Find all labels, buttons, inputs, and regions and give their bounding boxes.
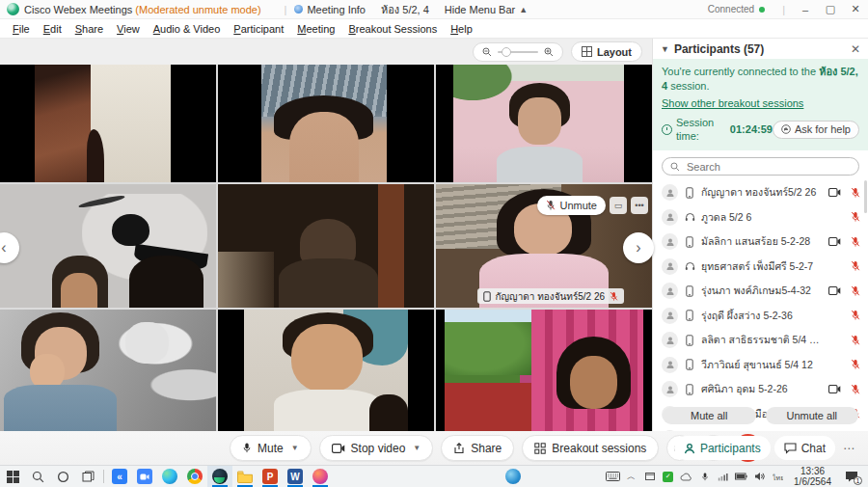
- tray-expand-chevron[interactable]: ︿: [623, 466, 639, 487]
- pinned-app-globe[interactable]: [501, 466, 526, 487]
- chat-tab-button[interactable]: Chat: [774, 436, 835, 460]
- menu-item[interactable]: File: [6, 23, 37, 35]
- camera-on-icon[interactable]: [828, 188, 841, 197]
- taskbar-app-explorer[interactable]: [232, 466, 258, 487]
- zoom-in-icon[interactable]: [544, 47, 554, 57]
- taskbar-app-firefox[interactable]: [308, 466, 333, 487]
- tile-more-button[interactable]: •••: [631, 197, 648, 214]
- onedrive-cloud-icon[interactable]: [678, 466, 694, 487]
- minimize-button[interactable]: –: [793, 0, 818, 19]
- menu-item[interactable]: Edit: [37, 23, 68, 35]
- menu-item[interactable]: View: [110, 23, 147, 35]
- video-tile-r2c3-active[interactable]: Unmute ▭ ••• กัญญาดา ทองจันทร์5/2 26: [436, 184, 652, 309]
- show-breakout-sessions-link[interactable]: Show other breakout sessions: [662, 96, 803, 111]
- tray-app-window-icon[interactable]: [641, 466, 658, 487]
- taskbar-app-zoom[interactable]: [132, 466, 157, 487]
- muted-mic-icon[interactable]: [851, 187, 860, 199]
- task-view-button[interactable]: [75, 466, 100, 487]
- taskbar-clock[interactable]: 13:36 1/6/2564: [788, 466, 837, 487]
- participant-row[interactable]: วีภาวิณย์ สุขานนธ์ 5/4 12: [653, 353, 868, 378]
- video-tile-r2c1[interactable]: [0, 184, 216, 309]
- taskbar-app-powerpoint[interactable]: P: [258, 466, 283, 487]
- muted-mic-icon[interactable]: [851, 335, 860, 346]
- tile-unmute-button[interactable]: Unmute: [537, 196, 606, 215]
- muted-mic-icon[interactable]: [851, 285, 860, 297]
- video-tile-r1c3[interactable]: [436, 65, 652, 182]
- video-tile-r3c2[interactable]: [218, 310, 434, 431]
- taskbar-app-chrome[interactable]: [182, 466, 207, 487]
- participant-row[interactable]: ภูวดล 5/2 6: [653, 205, 868, 230]
- speaker-icon[interactable]: [751, 466, 768, 487]
- menu-item[interactable]: Audio & Video: [147, 23, 228, 35]
- cortana-button[interactable]: [50, 466, 75, 487]
- video-tile-r1c1[interactable]: [0, 65, 216, 182]
- search-input[interactable]: [685, 160, 851, 174]
- zoom-slider[interactable]: [498, 51, 538, 53]
- touch-keyboard-icon[interactable]: [605, 466, 621, 487]
- panel-more-button[interactable]: ⋯: [839, 442, 858, 455]
- tray-mic-icon[interactable]: [696, 466, 713, 487]
- taskbar-app-webex[interactable]: [207, 466, 232, 487]
- share-button[interactable]: Share: [441, 435, 514, 461]
- camera-on-icon[interactable]: [828, 237, 841, 246]
- participant-row[interactable]: มัลลิกา แสนสร้อย 5-2-28: [653, 230, 868, 255]
- camera-on-icon[interactable]: [828, 286, 841, 295]
- menu-item[interactable]: Breakout Sessions: [341, 23, 444, 35]
- taskbar-search-button[interactable]: [25, 466, 50, 487]
- participant-search[interactable]: [662, 157, 859, 176]
- list-scrollbar[interactable]: [864, 180, 867, 213]
- muted-mic-icon[interactable]: [851, 359, 860, 370]
- participants-tab-button[interactable]: Participants: [674, 436, 771, 460]
- maximize-button[interactable]: ▢: [818, 0, 843, 19]
- chevron-down-icon[interactable]: ▼: [291, 444, 299, 452]
- muted-mic-icon[interactable]: [851, 211, 860, 223]
- participant-row[interactable]: รุ่งฤดี ผึ้งสว่าง 5-2-36: [653, 304, 868, 329]
- menu-item[interactable]: Share: [68, 23, 110, 35]
- tile-minimize-button[interactable]: ▭: [610, 197, 627, 214]
- app-title: Cisco Webex Meetings (Moderated unmute m…: [24, 4, 261, 15]
- taskbar-app-word[interactable]: W: [283, 466, 308, 487]
- layout-button[interactable]: Layout: [571, 41, 642, 62]
- participant-row[interactable]: รุ่งนภา พงค์ภิเกษม5-4-32: [653, 279, 868, 304]
- participant-row[interactable]: ลลิตา สาธิธรรมชาติ 5/4 เลขที่27: [653, 328, 868, 353]
- muted-mic-icon[interactable]: [851, 310, 860, 321]
- wifi-signal-icon[interactable]: ไทย: [770, 466, 786, 487]
- battery-icon[interactable]: [733, 466, 749, 487]
- unmute-all-button[interactable]: Unmute all: [766, 407, 859, 424]
- video-tile-r3c1[interactable]: [0, 310, 216, 431]
- muted-mic-icon[interactable]: [851, 384, 860, 395]
- mute-all-button[interactable]: Mute all: [663, 407, 756, 424]
- participant-row[interactable]: ยุทธศาสตร์ เพ็งมีศรี 5-2-7: [653, 255, 868, 280]
- camera-on-icon[interactable]: [828, 385, 841, 393]
- participant-row[interactable]: กัญญาดา ทองจันทร์5/2 26: [653, 180, 868, 205]
- video-tile-r3c3[interactable]: [436, 310, 652, 431]
- action-center-button[interactable]: 1: [839, 466, 864, 487]
- menu-item[interactable]: Meeting: [290, 23, 341, 35]
- menu-item[interactable]: Help: [444, 23, 479, 35]
- next-videos-button[interactable]: ›: [623, 232, 654, 263]
- video-tile-r2c2[interactable]: [218, 184, 434, 309]
- participant-row[interactable]: ศศินิภา อุดม 5-2-26: [653, 377, 868, 402]
- taskbar-app-edge[interactable]: [157, 466, 182, 487]
- video-zoom-control[interactable]: [473, 42, 563, 62]
- chevron-down-icon[interactable]: ▼: [661, 44, 669, 54]
- zoom-slider-knob[interactable]: [502, 47, 511, 57]
- muted-mic-icon[interactable]: [851, 236, 860, 248]
- panel-close-icon[interactable]: ✕: [851, 42, 860, 56]
- start-button[interactable]: [0, 466, 25, 487]
- meeting-info-button[interactable]: Meeting Info: [294, 4, 366, 15]
- chevron-down-icon[interactable]: ▼: [413, 444, 420, 452]
- zoom-out-icon[interactable]: [482, 47, 492, 57]
- stop-video-button[interactable]: Stop video ▼: [319, 435, 434, 461]
- hide-menu-bar-button[interactable]: Hide Menu Bar ▲: [445, 4, 528, 15]
- mute-button[interactable]: Mute ▼: [230, 435, 312, 461]
- close-button[interactable]: ✕: [843, 0, 868, 19]
- muted-mic-icon[interactable]: [851, 260, 860, 272]
- menu-item[interactable]: Participant: [227, 23, 290, 35]
- tray-line-icon[interactable]: ✓: [660, 466, 676, 487]
- taskbar-app-teams[interactable]: «: [107, 466, 132, 487]
- ask-for-help-button[interactable]: Ask for help: [773, 121, 859, 139]
- video-tile-r1c2[interactable]: [218, 65, 434, 182]
- breakout-sessions-button[interactable]: Breakout sessions: [522, 435, 659, 461]
- tray-network-icon[interactable]: [715, 466, 731, 487]
